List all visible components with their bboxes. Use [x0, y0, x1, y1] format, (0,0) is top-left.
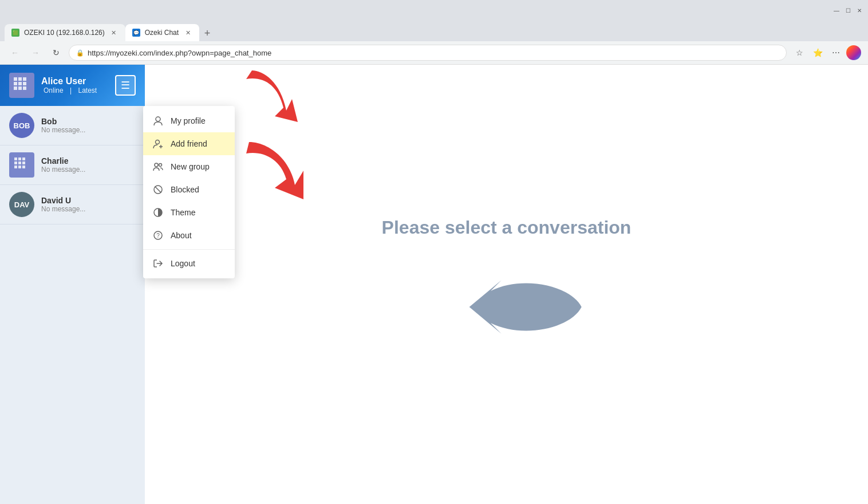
favorites-button[interactable]: ⭐ — [810, 45, 826, 61]
menu-item-my-profile[interactable]: My profile — [143, 109, 235, 132]
address-bar: ← → ↻ 🔒 https://myozeki.com/index.php?ow… — [0, 41, 868, 64]
header-avatar — [9, 73, 34, 98]
sidebar: Alice User Online | Latest ☰ BOB Bob No … — [0, 65, 145, 504]
logout-label: Logout — [171, 259, 195, 268]
svg-point-23 — [159, 164, 162, 167]
url-box[interactable]: 🔒 https://myozeki.com/index.php?owpn=pag… — [69, 45, 787, 61]
tab-ozeki10[interactable]: 🟩 OZEKI 10 (192.168.0.126) ✕ — [5, 24, 125, 41]
avatar-charlie — [9, 152, 34, 178]
menu-item-about[interactable]: ? About — [143, 224, 235, 247]
svg-rect-7 — [18, 86, 22, 90]
add-friend-label: Add friend — [171, 139, 207, 148]
chat-preview-david: No message... — [41, 205, 136, 213]
status-online: Online — [44, 86, 64, 94]
chat-preview-bob: No message... — [41, 126, 136, 134]
theme-icon — [152, 207, 164, 218]
svg-point-18 — [156, 117, 160, 121]
svg-rect-1 — [18, 77, 22, 81]
hamburger-menu-button[interactable]: ☰ — [115, 75, 136, 96]
status-separator: | — [70, 86, 72, 94]
dropdown-divider — [143, 249, 235, 250]
chat-item-charlie[interactable]: Charlie No message... — [0, 145, 145, 185]
tabs-bar: 🟩 OZEKI 10 (192.168.0.126) ✕ 💬 Ozeki Cha… — [0, 21, 868, 41]
theme-label: Theme — [171, 208, 196, 217]
tab-label-ozeki-chat: Ozeki Chat — [145, 29, 179, 37]
dropdown-overlay: My profile Add friend — [143, 106, 235, 278]
svg-rect-2 — [23, 77, 26, 81]
menu-item-new-group[interactable]: New group — [143, 155, 235, 178]
about-icon: ? — [152, 230, 164, 241]
new-group-label: New group — [171, 162, 210, 171]
logout-icon — [152, 258, 164, 269]
svg-rect-3 — [14, 82, 17, 85]
menu-item-logout[interactable]: Logout — [143, 252, 235, 275]
svg-rect-15 — [14, 166, 17, 168]
svg-rect-6 — [14, 86, 17, 90]
tab-ozeki-chat[interactable]: 💬 Ozeki Chat ✕ — [125, 24, 199, 41]
dropdown-menu: My profile Add friend — [143, 106, 235, 278]
select-conversation-text: Please select a conversation — [382, 217, 632, 238]
svg-rect-14 — [22, 162, 25, 164]
svg-rect-16 — [18, 166, 21, 168]
svg-rect-9 — [14, 158, 17, 160]
svg-point-19 — [156, 140, 160, 144]
svg-rect-13 — [18, 162, 21, 164]
avatar-david: DAV — [9, 192, 34, 217]
browser-actions: ☆ ⭐ ⋯ — [791, 45, 861, 61]
add-friend-icon — [152, 138, 164, 149]
profile-circle[interactable] — [846, 45, 861, 60]
svg-rect-17 — [22, 166, 25, 168]
minimize-button[interactable]: — — [833, 6, 841, 14]
url-text: https://myozeki.com/index.php?owpn=page_… — [88, 49, 271, 57]
back-button[interactable]: ← — [7, 45, 23, 61]
about-label: About — [171, 231, 192, 240]
chat-name-bob: Bob — [41, 117, 136, 126]
close-button[interactable]: ✕ — [855, 6, 863, 14]
svg-rect-11 — [22, 158, 25, 160]
svg-rect-4 — [18, 82, 22, 85]
header-user: Alice User Online | Latest — [9, 73, 99, 98]
status-latest: Latest — [78, 86, 97, 94]
new-group-icon — [152, 161, 164, 172]
main-content: Please select a conversation — [145, 65, 868, 504]
menu-item-add-friend[interactable]: Add friend — [143, 132, 235, 155]
tab-label-ozeki10: OZEKI 10 (192.168.0.126) — [24, 29, 105, 37]
svg-rect-0 — [14, 77, 17, 81]
window-controls: — ☐ ✕ — [833, 6, 863, 14]
forward-button[interactable]: → — [27, 45, 44, 61]
menu-item-theme[interactable]: Theme — [143, 201, 235, 224]
chat-item-bob[interactable]: BOB Bob No message... — [0, 106, 145, 145]
url-lock-icon: 🔒 — [76, 49, 84, 57]
chat-info-bob: Bob No message... — [41, 117, 136, 134]
tab-close-ozeki-chat[interactable]: ✕ — [183, 28, 192, 37]
menu-item-blocked[interactable]: Blocked — [143, 178, 235, 201]
chat-name-david: David U — [41, 196, 136, 205]
chat-info-charlie: Charlie No message... — [41, 156, 136, 174]
svg-rect-10 — [18, 158, 21, 160]
arrow-graphic — [427, 261, 587, 353]
my-profile-label: My profile — [171, 116, 206, 125]
header-status: Online | Latest — [41, 86, 99, 94]
title-bar: — ☐ ✕ — [0, 0, 868, 21]
svg-line-25 — [155, 187, 161, 193]
tab-favicon-ozeki10: 🟩 — [11, 29, 19, 37]
tab-close-ozeki10[interactable]: ✕ — [109, 28, 119, 37]
chat-item-david[interactable]: DAV David U No message... — [0, 185, 145, 225]
svg-rect-8 — [23, 86, 26, 90]
bookmark-button[interactable]: ☆ — [791, 45, 807, 61]
new-tab-button[interactable]: + — [199, 25, 215, 41]
maximize-button[interactable]: ☐ — [844, 6, 852, 14]
app-container: Alice User Online | Latest ☰ BOB Bob No … — [0, 65, 868, 504]
svg-text:?: ? — [156, 233, 160, 239]
my-profile-icon — [152, 115, 164, 127]
avatar-bob: BOB — [9, 113, 34, 138]
tab-favicon-ozeki-chat: 💬 — [132, 29, 140, 37]
refresh-button[interactable]: ↻ — [48, 45, 64, 61]
more-button[interactable]: ⋯ — [828, 45, 844, 61]
blocked-icon — [152, 184, 164, 195]
svg-rect-12 — [14, 162, 17, 164]
chat-header: Alice User Online | Latest ☰ — [0, 65, 145, 106]
header-username: Alice User — [41, 76, 99, 86]
browser-chrome: — ☐ ✕ 🟩 OZEKI 10 (192.168.0.126) ✕ 💬 Oze… — [0, 0, 868, 65]
blocked-label: Blocked — [171, 185, 199, 194]
